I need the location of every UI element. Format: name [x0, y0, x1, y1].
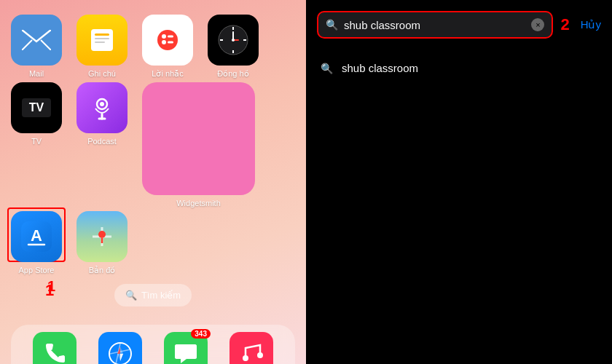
- suggestion-text: shub classroom: [342, 62, 418, 74]
- notes-icon: [76, 15, 128, 66]
- reminders-icon: [142, 15, 193, 66]
- svg-rect-9: [168, 36, 173, 38]
- svg-point-10: [162, 40, 166, 44]
- home-screen: Mail Ghi chú: [0, 0, 306, 364]
- appstore-icon: A: [11, 211, 62, 262]
- svg-point-24: [100, 102, 104, 106]
- widgetsmith-icon: [142, 82, 255, 195]
- clock-label: Đồng hồ: [217, 69, 248, 79]
- widgetsmith-label: Widgetsmith: [176, 199, 221, 207]
- app-tv[interactable]: TV TV: [11, 82, 62, 146]
- svg-rect-6: [95, 41, 105, 43]
- app-clock[interactable]: Đồng hồ: [208, 15, 259, 79]
- maps-label: Bản đồ: [89, 266, 116, 275]
- svg-point-32: [98, 231, 106, 238]
- svg-point-40: [257, 352, 263, 358]
- search-input-container[interactable]: 🔍 shub classroom ×: [317, 11, 553, 39]
- app-appstore[interactable]: A App Store: [11, 211, 62, 274]
- messages-badge: 343: [191, 329, 211, 339]
- search-header: 🔍 shub classroom × 2 Hủy: [317, 11, 601, 39]
- dock-phone[interactable]: [33, 332, 76, 364]
- app-row-2: TV TV Podcast Widgetsmith: [11, 82, 295, 207]
- app-maps[interactable]: Bản đồ: [76, 211, 128, 275]
- app-notes[interactable]: Ghi chú: [76, 15, 128, 79]
- app-reminders[interactable]: Lời nhắc: [142, 15, 193, 79]
- mail-label: Mail: [29, 69, 44, 78]
- svg-text:A: A: [31, 226, 42, 245]
- clear-search-button[interactable]: ×: [531, 18, 544, 31]
- app-row-1: Mail Ghi chú: [11, 15, 295, 79]
- svg-point-39: [243, 355, 248, 361]
- tv-icon: TV: [11, 82, 62, 133]
- svg-rect-3: [91, 29, 113, 51]
- appstore-label: App Store: [19, 266, 55, 274]
- maps-icon: [76, 211, 128, 262]
- app-row-3: A App Store Bản: [11, 211, 295, 275]
- podcast-icon: [76, 82, 128, 133]
- cancel-button[interactable]: Hủy: [581, 18, 601, 31]
- search-icon: 🔍: [326, 19, 338, 31]
- annotation-number-2: 2: [560, 15, 569, 34]
- reminders-label: Lời nhắc: [152, 69, 183, 79]
- app-podcast[interactable]: Podcast: [76, 82, 128, 146]
- spotlight-search[interactable]: 🔍 Tìm kiếm: [114, 284, 192, 306]
- dock: 343: [11, 325, 295, 364]
- suggestion-search-icon: 🔍: [321, 63, 333, 74]
- search-bar-label: Tìm kiếm: [141, 290, 181, 301]
- search-screen: 🔍 shub classroom × 2 Hủy 🔍 shub classroo…: [306, 0, 612, 364]
- search-suggestion-item[interactable]: 🔍 shub classroom: [317, 53, 601, 83]
- dock-messages[interactable]: 343: [164, 332, 208, 364]
- podcast-label: Podcast: [87, 137, 117, 146]
- notes-label: Ghi chú: [88, 69, 116, 78]
- svg-rect-11: [168, 41, 173, 44]
- clock-icon: [208, 15, 259, 66]
- svg-marker-38: [120, 354, 123, 361]
- mail-icon: [11, 15, 62, 66]
- tv-label: TV: [31, 137, 42, 146]
- svg-rect-4: [95, 33, 109, 36]
- app-mail[interactable]: Mail: [11, 15, 62, 79]
- annotation-number-1: 1: [45, 281, 54, 300]
- svg-point-20: [232, 39, 235, 41]
- svg-rect-5: [95, 38, 109, 39]
- app-appstore-wrapper: A App Store: [11, 211, 62, 275]
- dock-music[interactable]: [230, 332, 273, 364]
- dock-safari[interactable]: [98, 332, 142, 364]
- svg-point-7: [157, 30, 178, 50]
- search-input[interactable]: shub classroom: [344, 19, 525, 31]
- svg-point-8: [162, 34, 166, 39]
- app-widgetsmith[interactable]: Widgetsmith: [142, 82, 255, 207]
- svg-text:TV: TV: [29, 101, 44, 114]
- search-glass-icon: 🔍: [125, 290, 137, 301]
